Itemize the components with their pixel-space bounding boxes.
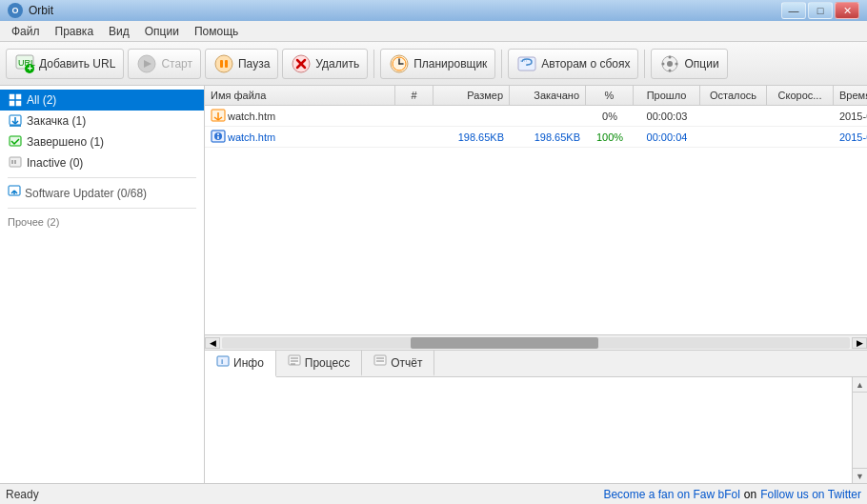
info-tabs: i Инфо Процесс Отчёт xyxy=(205,351,867,377)
tab-info-label: Инфо xyxy=(233,356,264,370)
list-header: Имя файла # Размер Закачано % Прошло Ост… xyxy=(205,86,867,106)
row1-speed xyxy=(767,114,834,118)
delete-icon xyxy=(291,53,312,74)
col-elapsed-header: Прошло xyxy=(634,86,700,105)
menu-options[interactable]: Опции xyxy=(137,23,187,40)
vscroll-up[interactable]: ▲ xyxy=(853,377,867,393)
maximize-button[interactable]: □ xyxy=(808,2,833,19)
tab-report[interactable]: Отчёт xyxy=(362,351,434,376)
main-area: All (2) Закачка (1) Завершено (1) Inacti… xyxy=(0,86,867,483)
file-list: Имя файла # Размер Закачано % Прошло Ост… xyxy=(205,86,867,350)
sidebar-item-downloading[interactable]: Закачка (1) xyxy=(0,111,204,131)
downloading-label: Закачка (1) xyxy=(27,114,86,128)
add-url-label: Добавить URL xyxy=(39,57,115,71)
pause-button[interactable]: Пауза xyxy=(205,49,278,79)
row2-remaining xyxy=(700,135,767,139)
content-area: Имя файла # Размер Закачано % Прошло Ост… xyxy=(205,86,867,483)
table-row[interactable]: watch.htm 0% 00:00:03 2015-01-27 21 xyxy=(205,106,867,127)
hscroll[interactable]: ◀ ▶ xyxy=(205,334,867,350)
row1-remaining xyxy=(700,114,767,118)
row1-filename: watch.htm xyxy=(205,107,395,126)
start-label: Старт xyxy=(161,57,192,71)
row2-created: 2015-01-27 21 xyxy=(834,130,867,145)
vscroll-track[interactable] xyxy=(853,393,867,468)
menu-view[interactable]: Вид xyxy=(101,23,137,40)
vscroll-down[interactable]: ▼ xyxy=(853,468,867,483)
sidebar-item-inactive[interactable]: Inactive (0) xyxy=(0,152,204,173)
sidebar-section-misc: Прочее (2) xyxy=(0,212,204,232)
menu-edit[interactable]: Правка xyxy=(48,23,102,40)
twitter-link[interactable]: Follow us on Twitter xyxy=(760,488,861,501)
fan-link[interactable]: Become a fan on Faw bFol xyxy=(603,488,739,501)
sidebar: All (2) Закачка (1) Завершено (1) Inacti… xyxy=(0,86,205,483)
pause-label: Пауза xyxy=(238,57,270,71)
col-size-header: Размер xyxy=(434,86,510,105)
about-icon xyxy=(516,53,537,74)
menu-file[interactable]: Файл xyxy=(4,23,48,40)
sidebar-software-updater[interactable]: Software Updater (0/68) xyxy=(0,182,204,204)
start-button[interactable]: Старт xyxy=(128,49,201,79)
row1-percent: 0% xyxy=(586,109,634,124)
tab-info-icon: i xyxy=(216,355,230,372)
minimize-button[interactable]: — xyxy=(781,2,806,19)
toolbar-sep-1 xyxy=(373,50,374,78)
table-row[interactable]: watch.htm 198.65KB 198.65KB 100% 00:00:0… xyxy=(205,127,867,148)
add-url-button[interactable]: URL+ Добавить URL xyxy=(6,49,124,79)
sidebar-divider xyxy=(8,177,196,178)
toolbar-sep-2 xyxy=(501,50,502,78)
svg-text:+: + xyxy=(28,63,33,73)
svg-point-20 xyxy=(669,55,672,58)
info-content-wrap: ▲ ▼ xyxy=(205,377,867,483)
scheduler-button[interactable]: Планировщик xyxy=(380,49,495,79)
row2-downloaded: 198.65KB xyxy=(510,130,586,145)
svg-point-22 xyxy=(662,62,665,65)
all-label: All (2) xyxy=(27,93,56,107)
menu-help[interactable]: Помощь xyxy=(187,23,246,40)
row1-elapsed: 00:00:03 xyxy=(634,109,700,124)
sidebar-item-all[interactable]: All (2) xyxy=(0,90,204,111)
options-icon xyxy=(659,53,680,74)
svg-rect-55 xyxy=(374,355,386,365)
row1-num xyxy=(395,114,434,118)
options-label: Опции xyxy=(684,57,718,71)
close-button[interactable]: ✕ xyxy=(835,2,859,19)
col-speed-header: Скорос... xyxy=(767,86,834,105)
hscroll-thumb[interactable] xyxy=(411,337,599,349)
col-remaining-header: Осталось xyxy=(700,86,767,105)
svg-rect-24 xyxy=(10,94,14,99)
inactive-label: Inactive (0) xyxy=(27,156,83,170)
row2-percent: 100% xyxy=(586,130,634,145)
svg-point-19 xyxy=(667,61,673,67)
svg-rect-33 xyxy=(10,136,21,146)
start-icon xyxy=(136,53,157,74)
hscroll-track[interactable] xyxy=(222,337,850,349)
status-text: Ready xyxy=(6,488,39,501)
info-vscroll: ▲ ▼ xyxy=(852,377,867,483)
row2-num xyxy=(395,135,434,139)
delete-button[interactable]: Удалить xyxy=(282,49,368,79)
delete-label: Удалить xyxy=(315,57,359,71)
col-percent-header: % xyxy=(586,86,634,105)
info-panel: i Инфо Процесс Отчёт xyxy=(205,350,867,483)
tab-process[interactable]: Процесс xyxy=(276,351,362,376)
hscroll-left[interactable]: ◀ xyxy=(205,337,220,349)
options-button[interactable]: Опции xyxy=(651,49,727,79)
about-label: Авторам о сбоях xyxy=(541,57,630,71)
software-updater-label: Software Updater (0/68) xyxy=(25,187,147,200)
row2-size: 198.65KB xyxy=(434,130,510,145)
svg-rect-7 xyxy=(220,60,223,68)
sidebar-item-completed[interactable]: Завершено (1) xyxy=(0,131,204,152)
completed-icon xyxy=(8,134,23,150)
status-bar: Ready Become a fan on Faw bFol on Follow… xyxy=(0,483,867,504)
title-bar-left: O Orbit xyxy=(8,3,53,18)
row1-size xyxy=(434,114,510,118)
about-button[interactable]: Авторам о сбоях xyxy=(508,49,638,79)
hscroll-right[interactable]: ▶ xyxy=(852,337,867,349)
list-body: watch.htm 0% 00:00:03 2015-01-27 21 xyxy=(205,106,867,334)
col-downloaded-header: Закачано xyxy=(510,86,586,105)
row1-created: 2015-01-27 21 xyxy=(834,109,867,124)
downloading-icon xyxy=(8,113,23,129)
tab-info[interactable]: i Инфо xyxy=(205,351,276,377)
svg-rect-26 xyxy=(10,101,14,106)
row2-filename: watch.htm xyxy=(205,128,395,147)
